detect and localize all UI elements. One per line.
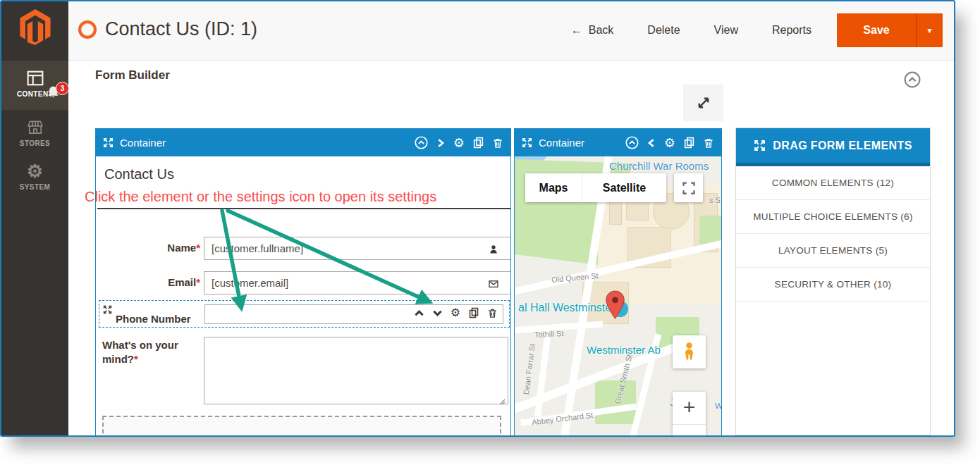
admin-sidebar: CONTENT 3 STORES ⚙ SYSTEM [1, 1, 68, 435]
name-field-label: Name* [96, 242, 200, 254]
zoom-divider [673, 424, 706, 425]
trash-icon[interactable] [487, 308, 498, 318]
sidebar-item-label: STORES [20, 140, 50, 147]
duplicate-icon[interactable] [472, 137, 484, 149]
annotation-underline [97, 208, 510, 209]
google-map[interactable]: Churchill War Rooms Kin s S Old Queen St… [515, 156, 721, 435]
save-button[interactable]: Save [837, 13, 916, 47]
move-icon [754, 140, 766, 151]
plus-icon: + [683, 392, 696, 423]
map-label-tothill: Tothill St [534, 329, 564, 339]
panel-header[interactable]: DRAG FORM ELEMENTS [736, 128, 930, 166]
group-security-other[interactable]: SECURITY & OTHER (10) [736, 268, 930, 302]
map-label-churchill: Churchill War Rooms [609, 160, 709, 172]
form-container-right: Container ⚙ [514, 128, 722, 435]
phone-field-label: Phone Number [116, 313, 191, 325]
settings-gear-icon[interactable]: ⚙ [451, 307, 460, 318]
map-label-hall-westminster: al Hall Westminster [518, 302, 615, 314]
view-button[interactable]: View [714, 24, 738, 37]
builder-fullscreen-button[interactable] [683, 85, 723, 121]
group-common-elements[interactable]: COMMON ELEMENTS (12) [736, 166, 930, 200]
settings-gear-icon[interactable]: ⚙ [664, 137, 675, 149]
map-label-westminster-abbey: Westminster Ab [587, 344, 661, 356]
collapse-icon[interactable] [415, 136, 428, 149]
sidebar-item-label: SYSTEM [20, 183, 51, 191]
pegman-icon [682, 342, 697, 363]
reports-button[interactable]: Reports [772, 24, 811, 37]
group-layout-elements[interactable]: LAYOUT ELEMENTS (5) [736, 234, 930, 268]
email-input[interactable] [204, 271, 510, 294]
panel-title: DRAG FORM ELEMENTS [773, 140, 912, 152]
map-type-buttons: Maps Satellite [525, 173, 666, 202]
group-multiple-choice-elements[interactable]: MULTIPLE CHOICE ELEMENTS (6) [736, 200, 930, 234]
map-label-dean-farrar: Dean Farrar St [522, 343, 537, 395]
trash-icon[interactable] [703, 137, 714, 149]
form-title: Contact Us [104, 166, 174, 182]
element-toolbar: ⚙ [414, 307, 498, 318]
header-actions: ← Back Delete View Reports Save ▼ [571, 13, 943, 47]
caret-down-icon: ▼ [926, 27, 933, 35]
drag-elements-panel: DRAG FORM ELEMENTS COMMON ELEMENTS (12) … [735, 128, 931, 435]
delete-button[interactable]: Delete [647, 24, 680, 37]
section-collapse-button[interactable] [904, 71, 921, 88]
move-down-icon[interactable] [432, 308, 443, 318]
pegman-button[interactable] [673, 335, 706, 368]
required-mark: * [196, 242, 200, 254]
section-title: Form Builder [95, 68, 170, 82]
move-icon[interactable] [522, 137, 532, 148]
email-field-label: Email* [96, 276, 200, 288]
gear-icon: ⚙ [1, 162, 68, 180]
duplicate-icon[interactable] [468, 307, 479, 318]
form-container-left: Container ⚙ Contact Us Name* E [95, 128, 511, 435]
settings-gear-icon[interactable]: ⚙ [453, 137, 465, 149]
required-mark: * [196, 276, 200, 288]
notification-badge[interactable]: 3 [56, 82, 69, 95]
container-title: Container [120, 137, 166, 149]
message-field-label: What's on your mind?* [102, 338, 201, 367]
map-fullscreen-button[interactable] [674, 173, 703, 202]
maps-button[interactable]: Maps [525, 173, 582, 202]
map-label-w: w [715, 399, 721, 411]
map-pin-icon[interactable] [605, 290, 625, 320]
move-icon[interactable] [103, 137, 114, 148]
page-header: Contact Us (ID: 1) ← Back Delete View Re… [68, 1, 954, 61]
resize-grip-icon[interactable] [498, 395, 506, 407]
sidebar-item-system[interactable]: ⚙ SYSTEM [1, 162, 68, 191]
magento-logo[interactable] [1, 1, 68, 52]
container-header[interactable]: Container ⚙ [515, 129, 721, 156]
chevron-right-icon[interactable] [436, 138, 446, 148]
annotation-text: Click the element or the settings icon t… [85, 189, 436, 205]
phone-element-selected[interactable]: Phone Number ⚙ [99, 300, 510, 328]
save-dropdown-toggle[interactable]: ▼ [916, 13, 943, 47]
save-split-button: Save ▼ [837, 13, 943, 47]
collapse-icon[interactable] [625, 136, 639, 149]
envelope-icon [488, 277, 499, 290]
container-title: Container [539, 137, 584, 149]
screenshot-canvas: CONTENT 3 STORES ⚙ SYSTEM Contact Us (ID… [0, 0, 980, 465]
container-header[interactable]: Container ⚙ [96, 129, 510, 156]
move-up-icon[interactable] [414, 308, 424, 318]
name-input[interactable] [204, 237, 510, 260]
chevron-left-icon[interactable] [647, 138, 656, 148]
back-arrow-icon: ← [571, 24, 582, 36]
move-icon[interactable] [103, 303, 112, 316]
satellite-button[interactable]: Satellite [582, 173, 666, 202]
required-mark: * [134, 353, 138, 365]
map-road [534, 326, 552, 417]
admin-window: CONTENT 3 STORES ⚙ SYSTEM Contact Us (ID… [0, 0, 955, 437]
element-dropzone[interactable] [102, 416, 501, 435]
form-logo-icon [78, 20, 97, 39]
duplicate-icon[interactable] [683, 137, 695, 149]
map-label-s-st: s S [709, 196, 721, 204]
user-icon [488, 242, 499, 255]
page-title: Contact Us (ID: 1) [105, 18, 257, 40]
message-textarea[interactable] [204, 337, 508, 404]
back-button[interactable]: ← Back [571, 24, 613, 37]
sidebar-item-stores[interactable]: STORES [1, 120, 68, 147]
map-zoom-in-button[interactable]: + [673, 392, 706, 435]
trash-icon[interactable] [492, 137, 503, 149]
